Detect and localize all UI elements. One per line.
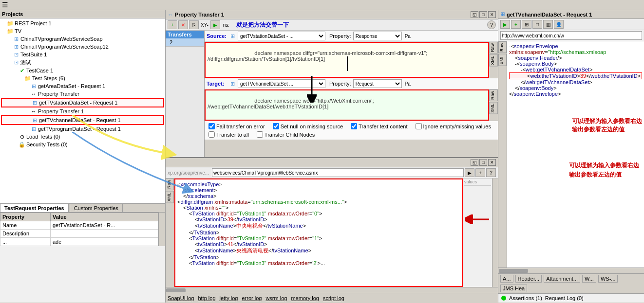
response-raw-tab[interactable]: Raw (166, 178, 174, 190)
log-soapui[interactable]: SoapUI log (168, 295, 194, 301)
table-row[interactable]: Description (0, 230, 158, 238)
table-row[interactable]: Name getTVstationDataSet - R... (0, 221, 158, 230)
right-hscroll[interactable] (498, 267, 644, 273)
check-icon: ✔ (19, 67, 25, 74)
response-vscroll[interactable] (492, 178, 498, 287)
transfers-label: Transfers (166, 31, 204, 38)
target-xml-tab-xml[interactable]: XML (489, 102, 498, 114)
assertions-label[interactable]: Assertions (1) (509, 295, 542, 301)
tree-item-ceshi[interactable]: ⊡ 测试 (1, 58, 164, 67)
help-btn[interactable]: ? (487, 20, 496, 29)
cb-setnull-input[interactable] (273, 123, 279, 129)
xml-line-stationname1: <tvStationName>中央电视台</tvStationName> (177, 222, 460, 230)
props-scrollbar[interactable] (158, 213, 165, 246)
tree-item-tv[interactable]: 📁 TV (1, 27, 164, 35)
response-addr-input[interactable] (212, 168, 464, 177)
tree-item-testsuite[interactable]: ⊡ TestSuite 1 (1, 51, 164, 58)
source-row: Source: ⊞ getTVstationDataSet - ... Prop… (205, 31, 498, 42)
right-xml-tab[interactable]: XML (498, 54, 507, 66)
response-side-tabs: Raw XML (166, 178, 174, 287)
right-service-btn[interactable]: ⊞ (522, 20, 531, 29)
source-icon: ⊞ (230, 33, 235, 39)
remove-transfer-btn[interactable]: ✕ (178, 20, 188, 29)
cb-transfertext-input[interactable] (351, 123, 357, 129)
tree-item-getareadataset[interactable]: ⊞ getAreaDataSet - Request 1 (1, 82, 164, 90)
target-pa-label: Pa (405, 81, 411, 87)
tree-item-china-soap[interactable]: ⊞ ChinaTVprogramWebServiceSoap (1, 35, 164, 43)
right-raw-tab[interactable]: Raw (498, 41, 507, 53)
tree-item-testcase[interactable]: ✔ TestCase 1 (1, 67, 164, 74)
cb-transferchild-input[interactable] (257, 131, 263, 138)
tree-item-gettvstationdataset[interactable]: ⊞ getTVstationDataSet - Request 1 (1, 98, 164, 107)
cb-fail: Fail transfer on error (208, 123, 265, 129)
target-select[interactable]: getTVchannelDataSet ... (238, 79, 325, 88)
xml-body-open: -<soapenv:Body> (509, 61, 642, 67)
tab-w[interactable]: W... (582, 275, 596, 283)
maximize-btn[interactable]: □ (479, 11, 487, 18)
target-icon: ⊞ (230, 81, 235, 87)
tab-ws[interactable]: WS-... (598, 275, 618, 283)
tree-item-teststeps[interactable]: 📁 Test Steps (6) (1, 74, 164, 82)
right-addr-input[interactable] (500, 31, 642, 40)
addr-go-btn[interactable]: ▶ (465, 168, 474, 177)
right-toolbar: ▶ + ⊞ □ ▥ 👤 (498, 19, 644, 30)
addr-help-btn[interactable]: ? (486, 168, 496, 177)
tree-item-securitytests[interactable]: 🔒 Security Tests (0) (1, 141, 164, 148)
tree-item-china-soap12[interactable]: ⊞ ChinaTVprogramWebServiceSoap12 (1, 43, 164, 51)
xml-tab-xml[interactable]: XML (489, 54, 498, 67)
suite-icon: ⊡ (13, 59, 19, 66)
log-memory[interactable]: memory log (291, 295, 319, 301)
log-http[interactable]: http log (198, 295, 215, 301)
right-user-btn[interactable]: 👤 (554, 20, 564, 29)
tab-attachment[interactable]: Attachment... (544, 275, 580, 283)
cb-ignore-input[interactable] (416, 123, 422, 129)
prop-name-cell: Description (0, 230, 51, 238)
close-btn[interactable]: ✕ (488, 11, 496, 18)
transfer-num-item[interactable]: 2 (166, 38, 204, 47)
tree-item-gettvchanneldataset[interactable]: ⊞ getTVchannelDataSet - Request 1 (1, 115, 164, 125)
response-hscroll[interactable] (166, 287, 498, 293)
run-btn[interactable]: ▶ (210, 20, 220, 29)
response-close-btn[interactable]: ✕ (488, 159, 496, 166)
request-log-label[interactable]: Request Log (0) (545, 295, 584, 301)
addr-other-label: xp.org/soap/enve... (168, 170, 209, 176)
cb-transferall-input[interactable] (208, 131, 215, 138)
source-property-select[interactable]: Response (353, 32, 402, 40)
source-select[interactable]: getTVstationDataSet - ... (238, 32, 325, 40)
table-row[interactable]: ... adc (0, 238, 158, 246)
xml-tab-raw[interactable]: Raw (489, 42, 498, 53)
tree-item-gettvprogramdataset[interactable]: ⊞ getTVprogramDataSet - Request 1 (1, 125, 164, 133)
response-maximize-btn[interactable]: □ (479, 159, 487, 166)
response-xml-tab[interactable]: XML (166, 191, 174, 203)
add-transfer-btn[interactable]: + (168, 20, 177, 29)
right-add-btn[interactable]: + (511, 20, 521, 29)
hamburger-icon[interactable]: ☰ (2, 1, 8, 9)
log-jetty[interactable]: jetty log (220, 295, 238, 301)
left-panel: Projects 📁 REST Project 1 📁 TV ⊞ ChinaTV… (0, 10, 166, 303)
log-script[interactable]: script log (323, 295, 344, 301)
right-grid-btn[interactable]: ▥ (543, 20, 553, 29)
clone-transfer-btn[interactable]: ⎘ (189, 20, 199, 29)
tab-jms[interactable]: JMS Hea (500, 285, 527, 292)
tab-assertions[interactable]: A... (500, 275, 513, 283)
addr-add-btn[interactable]: + (475, 168, 485, 177)
tab-testrequest[interactable]: TestRequest Properties (0, 204, 69, 212)
cb-fail-input[interactable] (208, 123, 215, 129)
tree-item-rest-project[interactable]: 📁 REST Project 1 (1, 19, 164, 27)
target-label: Target: (207, 81, 228, 87)
tree-item-propertytransfer[interactable]: ↔ Property Transfer (1, 90, 164, 98)
prop-value-cell: getTVstationDataSet - R... (50, 221, 158, 230)
right-square-btn[interactable]: □ (532, 20, 542, 29)
right-run-btn[interactable]: ▶ (500, 20, 510, 29)
log-error[interactable]: error log (242, 295, 262, 301)
target-xml-tab-raw[interactable]: Raw (489, 89, 498, 101)
target-property-select[interactable]: Request (353, 79, 402, 88)
tree-item-loadtests[interactable]: ⊙ Load Tests (0) (1, 133, 164, 141)
tab-header[interactable]: Header... (515, 275, 542, 283)
tree-item-propertytransfer1[interactable]: ↔ Property Transfer 1 (1, 107, 164, 115)
tab-custom[interactable]: Custom Properties (70, 204, 123, 212)
prop-name-cell: Name (0, 221, 51, 230)
log-wsrm[interactable]: wsrm log (265, 295, 287, 301)
restore-btn[interactable]: ◱ (471, 11, 478, 18)
response-restore-btn[interactable]: ◱ (471, 159, 478, 166)
